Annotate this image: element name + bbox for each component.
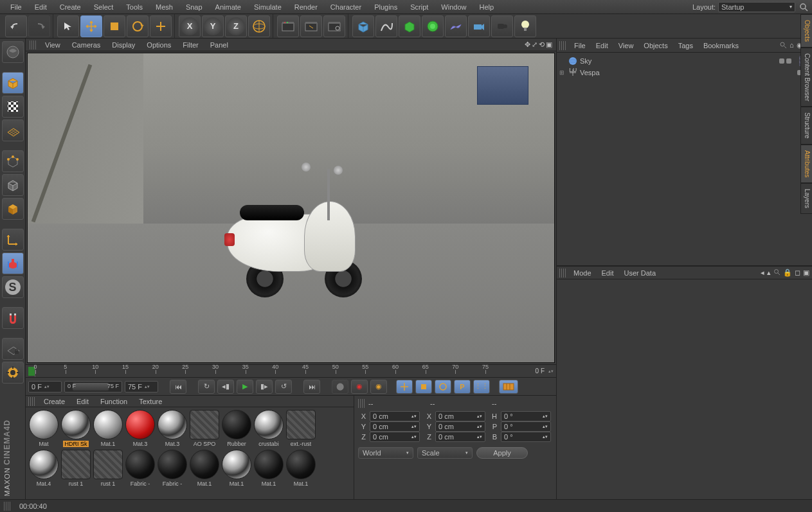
texture-mode-button[interactable] (2, 96, 24, 118)
coord-field[interactable]: 0 cm▴▾ (435, 411, 485, 421)
search-icon[interactable] (799, 3, 808, 12)
vp-zoom-icon[interactable]: ⤢ (532, 40, 537, 49)
menu-snap[interactable]: Snap (179, 0, 209, 14)
record-button[interactable]: ⬤ (332, 380, 348, 394)
step-fwd-button[interactable]: ▮▸ (256, 380, 273, 394)
vp-menu-display[interactable]: Display (107, 41, 140, 49)
material-item[interactable]: Mat.4 (28, 450, 59, 487)
grip-icon[interactable] (30, 40, 36, 49)
polygons-mode-button[interactable] (2, 198, 24, 220)
menu-character[interactable]: Character (324, 0, 368, 14)
camera-button[interactable] (468, 15, 490, 37)
y-axis-lock[interactable]: Y (202, 15, 224, 37)
cube-primitive-button[interactable] (352, 15, 374, 37)
vp-menu-filter[interactable]: Filter (177, 41, 203, 49)
goto-end-button[interactable]: ⏭ (303, 380, 320, 394)
coord-field[interactable]: 0 °▴▾ (501, 411, 551, 421)
grip-icon[interactable] (28, 397, 35, 406)
apply-button[interactable]: Apply (476, 447, 528, 459)
vp-menu-options[interactable]: Options (141, 41, 176, 49)
material-item[interactable]: ext.-rust (285, 410, 316, 447)
spline-button[interactable] (375, 15, 397, 37)
nav-up-icon[interactable]: ▴ (767, 269, 771, 277)
material-item[interactable]: Mat (28, 410, 59, 447)
step-back-button[interactable]: ◂▮ (217, 380, 234, 394)
obj-menu-tags[interactable]: Tags (674, 42, 698, 49)
obj-menu-objects[interactable]: Objects (639, 42, 672, 49)
light-button[interactable] (491, 15, 513, 37)
search-icon[interactable] (779, 41, 787, 49)
vp-menu-cameras[interactable]: Cameras (67, 41, 106, 49)
menu-create[interactable]: Create (53, 0, 87, 14)
coord-mode-dropdown[interactable]: Scale▾ (417, 447, 473, 459)
menu-render[interactable]: Render (288, 0, 324, 14)
mat-menu-texture[interactable]: Texture (134, 398, 167, 405)
recent-tool[interactable] (150, 15, 172, 37)
menu-edit[interactable]: Edit (28, 0, 53, 14)
material-item[interactable]: Mat.1 (285, 450, 316, 487)
tweak-button[interactable] (2, 252, 24, 274)
attr-menu-edit[interactable]: Edit (597, 269, 619, 277)
attr-menu-mode[interactable]: Mode (568, 269, 597, 277)
live-select-tool[interactable] (57, 15, 79, 37)
grip-icon[interactable] (358, 399, 365, 408)
stepper-icon[interactable]: ▴▾ (548, 369, 554, 374)
tree-item-sky[interactable]: Sky (559, 55, 809, 67)
vp-menu-panel[interactable]: Panel (205, 41, 233, 49)
model-mode-button[interactable] (2, 72, 24, 94)
render-view-button[interactable] (277, 15, 299, 37)
material-item[interactable]: rust 1 (93, 450, 123, 487)
object-tree[interactable]: Sky ⊞ L0 Vespa (557, 53, 812, 265)
locator-button[interactable] (2, 362, 24, 384)
range-slider[interactable]: 0 F 75 F (64, 381, 122, 393)
loop-button[interactable]: ↻ (198, 380, 215, 394)
render-settings-button[interactable] (323, 15, 345, 37)
obj-menu-edit[interactable]: Edit (591, 42, 613, 49)
workplane-lock-button[interactable] (2, 338, 24, 360)
z-axis-lock[interactable]: Z (225, 15, 247, 37)
snap-s-button[interactable]: S (2, 276, 24, 298)
tab-objects[interactable]: Objects (800, 14, 812, 48)
mat-menu-function[interactable]: Function (95, 398, 132, 405)
coord-field[interactable]: 0 cm▴▾ (370, 421, 420, 432)
undo-button[interactable] (5, 15, 27, 37)
menu-plugins[interactable]: Plugins (368, 0, 404, 14)
grip-icon[interactable] (4, 502, 10, 511)
layout-dropdown[interactable]: Startup▾ (718, 2, 795, 12)
make-editable-button[interactable] (2, 41, 24, 63)
rotate-tool[interactable] (127, 15, 149, 37)
grip-icon[interactable] (559, 269, 566, 278)
coord-field[interactable]: 0 cm▴▾ (435, 432, 485, 442)
tab-layers[interactable]: Layers (800, 183, 812, 214)
menu-file[interactable]: File (4, 0, 28, 14)
scale-tool[interactable] (104, 15, 125, 37)
vp-rotate-icon[interactable]: ⟲ (539, 40, 545, 49)
key-rot-button[interactable] (435, 380, 451, 394)
current-frame-field[interactable]: 0 F▴▾ (28, 381, 62, 393)
vp-nav-icon[interactable]: ✥ (525, 40, 530, 49)
key-pla-button[interactable]: ⋮⋮ (473, 380, 490, 394)
mat-menu-edit[interactable]: Edit (71, 398, 94, 405)
material-item[interactable]: rust 1 (60, 450, 91, 487)
material-item[interactable]: Fabric - (125, 450, 156, 487)
menu-tools[interactable]: Tools (120, 0, 149, 14)
coord-field[interactable]: 0 °▴▾ (501, 421, 551, 432)
menu-mesh[interactable]: Mesh (149, 0, 179, 14)
obj-menu-file[interactable]: File (570, 42, 590, 49)
coord-system-button[interactable] (248, 15, 270, 37)
loop2-button[interactable]: ↺ (275, 380, 292, 394)
menu-animate[interactable]: Animate (209, 0, 248, 14)
material-item[interactable]: HDRI Sk (60, 410, 91, 447)
obj-menu-bookmarks[interactable]: Bookmarks (699, 42, 743, 49)
home-icon[interactable]: ⌂ (789, 41, 794, 49)
timeline-button[interactable] (499, 380, 518, 394)
play-button[interactable]: ▶ (237, 380, 253, 394)
tab-structure[interactable]: Structure (800, 107, 812, 145)
vp-menu-view[interactable]: View (40, 41, 66, 49)
coord-field[interactable]: 0 cm▴▾ (435, 421, 485, 432)
coord-field[interactable]: 0 °▴▾ (501, 432, 551, 442)
grip-icon[interactable] (559, 41, 566, 50)
material-item[interactable]: crustabi (253, 410, 284, 447)
bulb-button[interactable] (514, 15, 536, 37)
search-icon[interactable] (773, 269, 780, 277)
